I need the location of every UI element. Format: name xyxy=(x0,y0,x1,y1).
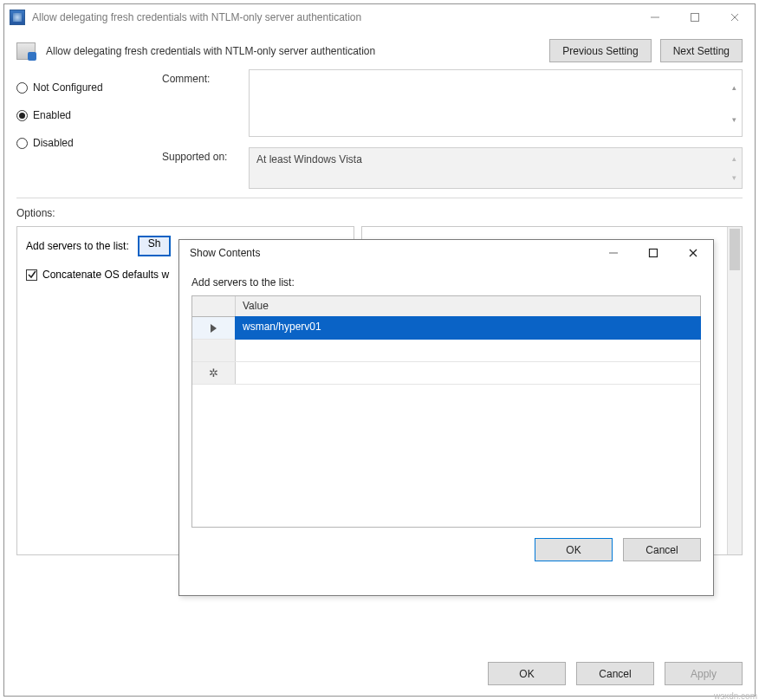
value-grid[interactable]: Value wsman/hyperv01 ✲ xyxy=(191,295,701,528)
dialog-maximize-button[interactable] xyxy=(633,240,673,266)
policy-icon xyxy=(10,10,25,25)
titlebar: Allow delegating fresh credentials with … xyxy=(4,4,755,30)
grid-header: Value xyxy=(192,296,700,317)
row-header-cell: ✲ xyxy=(192,362,236,384)
add-servers-label: Add servers to the list: xyxy=(26,240,129,252)
supported-on-text: At least Windows Vista xyxy=(256,153,362,165)
supported-scroll: ▴▾ xyxy=(727,149,741,187)
close-button[interactable] xyxy=(715,4,755,30)
comment-textarea[interactable]: ▴▾ xyxy=(249,69,743,137)
radio-not-configured[interactable]: Not Configured xyxy=(16,81,153,94)
policy-title: Allow delegating fresh credentials with … xyxy=(44,45,541,57)
dialog-window-buttons xyxy=(594,240,713,266)
show-contents-dialog: Show Contents Add servers to the list: V… xyxy=(178,239,714,596)
radio-label: Disabled xyxy=(33,137,74,149)
new-row-icon: ✲ xyxy=(209,366,218,379)
grid-column-header[interactable]: Value xyxy=(236,296,700,316)
dialog-minimize-button[interactable] xyxy=(594,240,633,266)
config-row: Not Configured Enabled Disabled Comment:… xyxy=(4,69,755,189)
right-column: Comment: ▴▾ Supported on: At least Windo… xyxy=(162,69,743,189)
window-buttons xyxy=(635,4,755,30)
minimize-button[interactable] xyxy=(635,4,675,30)
show-button[interactable]: Sh xyxy=(138,236,172,256)
previous-setting-button[interactable]: Previous Setting xyxy=(549,39,651,62)
radio-enabled[interactable]: Enabled xyxy=(16,109,153,121)
grid-cell[interactable] xyxy=(236,340,700,361)
grid-cell[interactable]: wsman/hyperv01 xyxy=(236,317,700,339)
dialog-ok-button[interactable]: OK xyxy=(535,538,613,561)
window-title: Allow delegating fresh credentials with … xyxy=(32,11,635,23)
concatenate-label: Concatenate OS defaults w xyxy=(42,269,169,281)
current-row-icon xyxy=(211,324,217,333)
svg-rect-5 xyxy=(650,250,658,257)
radio-icon xyxy=(16,82,28,94)
cancel-button[interactable]: Cancel xyxy=(576,662,654,685)
state-column: Not Configured Enabled Disabled xyxy=(16,69,153,189)
options-header-row: Options: xyxy=(4,204,755,226)
dialog-titlebar: Show Contents xyxy=(179,240,713,266)
watermark: wsxdn.com xyxy=(714,691,757,700)
dialog-close-button[interactable] xyxy=(673,240,713,266)
grid-row[interactable]: wsman/hyperv01 xyxy=(192,317,700,340)
next-setting-button[interactable]: Next Setting xyxy=(660,39,743,62)
grid-corner-cell xyxy=(192,296,236,316)
radio-label: Not Configured xyxy=(33,81,103,94)
supported-label: Supported on: xyxy=(162,147,249,163)
policy-file-icon xyxy=(16,42,36,60)
dialog-list-label: Add servers to the list: xyxy=(191,276,701,288)
grid-cell[interactable] xyxy=(236,362,700,384)
maximize-button[interactable] xyxy=(675,4,715,30)
radio-label: Enabled xyxy=(33,109,71,121)
radio-disabled[interactable]: Disabled xyxy=(16,137,153,149)
options-label: Options: xyxy=(16,207,172,219)
apply-button[interactable]: Apply xyxy=(665,662,743,685)
radio-icon xyxy=(16,138,28,149)
row-header-cell xyxy=(192,340,236,361)
help-scrollbar[interactable] xyxy=(727,227,742,554)
row-header-cell xyxy=(192,317,236,339)
dialog-footer: OK Cancel Apply xyxy=(488,662,743,685)
supported-on-box: At least Windows Vista ▴▾ xyxy=(249,147,743,189)
dialog-title: Show Contents xyxy=(185,247,594,259)
ok-button[interactable]: OK xyxy=(488,662,566,685)
textarea-scroll[interactable]: ▴▾ xyxy=(727,71,741,135)
grid-row[interactable]: ✲ xyxy=(192,362,700,385)
svg-rect-1 xyxy=(691,14,699,22)
radio-icon xyxy=(16,110,28,121)
grid-row[interactable] xyxy=(192,340,700,362)
dialog-cancel-button[interactable]: Cancel xyxy=(623,538,701,561)
checkbox-icon xyxy=(26,269,37,281)
dialog-footer: OK Cancel xyxy=(179,528,713,572)
policy-header: Allow delegating fresh credentials with … xyxy=(4,30,755,69)
dialog-body: Add servers to the list: Value wsman/hyp… xyxy=(179,266,713,528)
comment-label: Comment: xyxy=(162,69,249,85)
divider xyxy=(16,198,743,198)
